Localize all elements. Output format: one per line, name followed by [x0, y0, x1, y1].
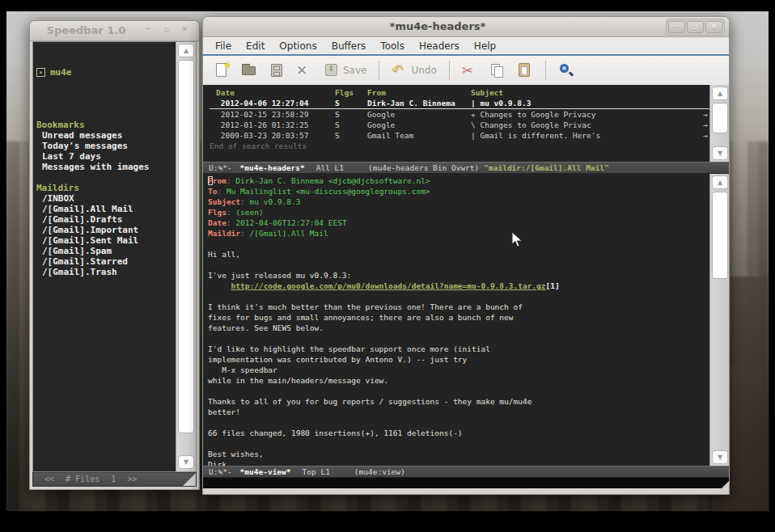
- body-line: http://code.google.com/p/mu0/downloads/d…: [208, 281, 709, 291]
- menu-item-options[interactable]: Options: [272, 39, 324, 53]
- new-file-button[interactable]: ★: [210, 60, 234, 81]
- search-button[interactable]: [554, 60, 578, 81]
- minimize-icon[interactable]: ─: [139, 24, 156, 36]
- dired-button[interactable]: [265, 60, 289, 81]
- echo-area[interactable]: [203, 478, 729, 488]
- copy-button[interactable]: [485, 60, 510, 81]
- speedbar-item[interactable]: /[Gmail].Trash: [33, 267, 176, 277]
- column-subject[interactable]: Subject: [471, 87, 709, 98]
- scroll-up-icon[interactable]: ▲: [178, 44, 194, 57]
- headers-scroll-thumb[interactable]: [712, 103, 728, 133]
- speedbar-item[interactable]: /[Gmail].Spam: [33, 246, 176, 256]
- menu-item-buffers[interactable]: Buffers: [324, 39, 374, 53]
- modeline-buffer-name[interactable]: *mu4e-view*: [240, 467, 291, 476]
- modeline-flags: U:%*-: [209, 467, 232, 476]
- speedbar-item[interactable]: Unread messages: [33, 130, 176, 141]
- speedbar-scroll-thumb[interactable]: [178, 60, 194, 433]
- close-buffer-button[interactable]: ✕: [292, 60, 316, 81]
- save-button[interactable]: Save: [320, 60, 371, 81]
- toolbar-separator: [449, 61, 450, 80]
- emacs-window-title: *mu4e-headers*: [203, 20, 672, 32]
- close-icon[interactable]: ✕: [705, 21, 722, 33]
- body-line: [208, 291, 709, 302]
- message-row[interactable]: 2012-04-06 12:27:04SDirk-Jan C. Binnema|…: [203, 98, 709, 109]
- message-row[interactable]: 2012-01-26 01:32:25SGoogle\ Changes to G…: [203, 120, 709, 130]
- expand-box-icon[interactable]: ✶: [36, 68, 45, 77]
- view-scroll-thumb[interactable]: [712, 192, 728, 279]
- speedbar-files-label[interactable]: # Files: [66, 473, 100, 486]
- emacs-titlebar[interactable]: *mu4e-headers* ─ ▫ ✕: [203, 17, 729, 37]
- scroll-down-icon[interactable]: ▼: [178, 455, 194, 469]
- speedbar-section-header[interactable]: Bookmarks: [33, 120, 176, 130]
- body-line: Thanks to all of you for bug reports / s…: [208, 396, 709, 407]
- speedbar-scrollbar[interactable]: ▲ ▼: [176, 42, 196, 471]
- menu-item-help[interactable]: Help: [467, 39, 503, 53]
- speedbar-item[interactable]: Last 7 days: [33, 151, 176, 162]
- footnote-ref: [1]: [546, 281, 560, 290]
- speedbar-prev-button[interactable]: <<: [44, 473, 54, 486]
- minimize-icon[interactable]: ─: [668, 21, 685, 33]
- scroll-up-icon[interactable]: ▲: [712, 87, 728, 100]
- body-line: [208, 386, 709, 396]
- paste-button[interactable]: [513, 60, 537, 81]
- speedbar-next-button[interactable]: >>: [127, 473, 137, 486]
- speedbar-item[interactable]: /[Gmail].Starred: [33, 256, 176, 267]
- column-from[interactable]: From: [367, 87, 471, 98]
- speedbar-item[interactable]: Messages with images: [33, 162, 176, 172]
- speedbar-item[interactable]: /INBOX: [33, 193, 176, 204]
- headers-list: Date Flgs From Subject 2012-04-06 12:27:…: [203, 85, 709, 162]
- modeline-buffer-name[interactable]: *mu4e-headers*: [240, 163, 305, 172]
- body-text: fixes for bugs and small annoyances; the…: [208, 313, 514, 322]
- speedbar-list: ✶mu4e BookmarksUnread messagesToday's me…: [33, 42, 176, 471]
- message-row[interactable]: 2012-02-15 23:58:29SGoogle+ Changes to G…: [203, 109, 709, 120]
- message-subject-text: \ Changes to Google Privac: [471, 120, 591, 130]
- menu-item-tools[interactable]: Tools: [373, 39, 412, 53]
- speedbar-section-header[interactable]: Maildirs: [33, 183, 176, 193]
- headers-scrollbar[interactable]: ▲ ▼: [709, 85, 729, 162]
- menu-item-edit[interactable]: Edit: [239, 39, 272, 53]
- modeline-modes[interactable]: (mu4e:view): [354, 467, 405, 476]
- speedbar-item[interactable]: /[Gmail].Drafts: [33, 214, 176, 225]
- message-flags: S: [335, 130, 367, 141]
- message-date: 2012-04-06 12:27:04: [210, 98, 335, 109]
- undo-icon: ↶: [392, 62, 408, 78]
- body-text: [208, 281, 231, 290]
- menu-bar: FileEditOptionsBuffersToolsHeadersHelp: [203, 37, 729, 56]
- menu-item-headers[interactable]: Headers: [412, 39, 467, 53]
- modeline-modes[interactable]: (mu4e-headers Bin Ovwrt): [368, 163, 479, 172]
- column-date[interactable]: Date: [210, 87, 335, 98]
- speedbar-titlebar[interactable]: Speedbar 1.0 ─ ▫ ✕: [30, 21, 199, 41]
- menu-item-file[interactable]: File: [208, 39, 239, 53]
- speedbar-root-item[interactable]: ✶mu4e: [33, 67, 176, 78]
- speedbar-item[interactable]: /[Gmail].Sent Mail: [33, 235, 176, 246]
- column-flgs[interactable]: Flgs: [335, 87, 367, 98]
- speedbar-item[interactable]: Today's messages: [33, 141, 176, 151]
- speedbar-item[interactable]: /[Gmail].Important: [33, 225, 176, 235]
- body-text: better!: [208, 407, 240, 416]
- maximize-icon[interactable]: ▫: [158, 24, 175, 36]
- scroll-down-icon[interactable]: ▼: [712, 450, 728, 464]
- mouse-cursor-icon: [511, 231, 523, 248]
- maximize-icon[interactable]: ▫: [687, 21, 704, 33]
- body-line: [208, 417, 709, 428]
- undo-button[interactable]: ↶ Undo: [388, 60, 440, 81]
- open-file-button[interactable]: [237, 60, 261, 81]
- body-text: Hi all,: [208, 250, 240, 259]
- view-scrollbar[interactable]: ▲ ▼: [709, 174, 729, 466]
- blank-line: [208, 239, 709, 249]
- message-row[interactable]: 2009-03-23 20:03:57SGmail Team| Gmail is…: [203, 130, 709, 141]
- body-line: implementation was contributed by Antono…: [208, 354, 709, 365]
- field-value: mu v0.9.8.3: [245, 197, 301, 206]
- close-icon[interactable]: ✕: [176, 24, 193, 36]
- body-text: M-x speedbar: [208, 365, 277, 374]
- scroll-up-icon[interactable]: ▲: [712, 175, 728, 189]
- body-text: Thanks to all of you for bug reports / s…: [208, 397, 531, 406]
- speedbar-window: Speedbar 1.0 ─ ▫ ✕ ✶mu4e BookmarksUnread…: [29, 20, 200, 490]
- release-link[interactable]: http://code.google.com/p/mu0/downloads/d…: [231, 281, 546, 290]
- scroll-down-icon[interactable]: ▼: [712, 146, 728, 160]
- speedbar-item[interactable]: /[Gmail].All Mail: [33, 204, 176, 214]
- cut-button[interactable]: ✂: [458, 60, 482, 81]
- view-modeline: U:%*-*mu4e-view*Top L1(mu4e:view): [203, 466, 729, 478]
- resize-grip[interactable]: [183, 473, 196, 486]
- headers-column-row: Date Flgs From Subject: [203, 87, 709, 98]
